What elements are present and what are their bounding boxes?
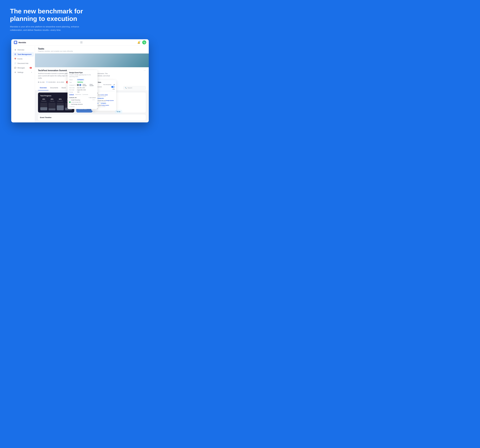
start-date-row: Start Date July 20th, 2024 [69, 87, 96, 88]
sidebar-item-overview-label: Overview [17, 49, 24, 51]
sidebar-item-settings-label: Settings [17, 71, 23, 73]
progress-columns: 40% Marketing 25% Catering [40, 98, 72, 110]
subtask-checkbox-2[interactable] [69, 101, 71, 103]
subtasks-header: Subtasks 3/9 + Add Subtask [69, 97, 96, 98]
sidebar-item-messages-label: Messages [17, 67, 25, 69]
sidebar-item-settings[interactable]: ⚙ Settings ▾ [12, 70, 34, 75]
tab-overview[interactable]: Overview [38, 85, 49, 90]
sidebar-item-events[interactable]: 📅 Events [12, 57, 34, 61]
marketing-label: Marketing [41, 100, 46, 102]
catering-bar [49, 103, 56, 110]
event-banner [35, 54, 149, 67]
to-badge: In Progress [100, 103, 106, 104]
assignee-avatar-2: AN [79, 84, 81, 86]
start-date-value: July 20th, 2024 [77, 87, 85, 88]
tags-row: Tags Marketing [69, 81, 96, 83]
tabs: Overview Documents Board [38, 85, 68, 90]
user-avatar[interactable]: U [142, 40, 146, 44]
sidebar-item-overview[interactable]: ⊞ Overview [12, 48, 34, 52]
messages-badge: 2 [30, 67, 32, 69]
edit-icon[interactable]: ✏ [92, 100, 93, 100]
page-header: Tasks Organize, prioritize, and complete… [35, 46, 149, 54]
tab-board[interactable]: Board [60, 85, 68, 90]
search-placeholder-text: Search [127, 87, 132, 89]
search-icon: 🔍 [125, 87, 127, 89]
page-subtitle: Organize, prioritize, and complete your … [38, 50, 73, 52]
messages-icon: 💬 [14, 67, 16, 69]
priority-value: low [77, 91, 80, 93]
flag-icon-subtask[interactable]: ⚑ [93, 100, 94, 100]
progress-pct: 20% [113, 89, 115, 90]
decoration-pct: 65% [59, 98, 62, 100]
settings-chevron-icon: ▾ [31, 72, 32, 73]
progress-col-decoration: 65% Decoration [57, 98, 64, 110]
activate-reminder-toggle[interactable] [111, 86, 115, 88]
hero-subtitle: Mandala is your all-in-one platform to s… [10, 25, 85, 32]
time-remaining-value: 4d [113, 84, 115, 85]
sidebar-item-messages[interactable]: 💬 Messages 2 [12, 66, 34, 70]
decoration-bar-fill [57, 105, 64, 110]
assignee-avatars: AN AN [77, 84, 81, 86]
design-flyer-title: Design Event Flyer [69, 72, 96, 73]
sidebar-item-document-hub[interactable]: 📄 Document Hub [12, 61, 34, 65]
duration-dot-icon [38, 82, 39, 83]
task-management-icon: ☑ [14, 53, 16, 55]
event-timeline: Event Timeline [38, 114, 146, 121]
subtask-tab[interactable]: Subtask [69, 94, 74, 95]
subtask-item-3: Draft design elements [69, 103, 96, 105]
progress-col-marketing: 40% Marketing [40, 98, 47, 110]
due-date-label: Due Date [69, 89, 76, 91]
due-date-value: August 5th, 2024 [77, 89, 86, 91]
search-box[interactable]: 🔍 Search [123, 86, 146, 90]
settings-icon: ⚙ [14, 71, 16, 73]
comments-tab[interactable]: Comments [82, 94, 88, 95]
delete-icon[interactable]: ⋯ [95, 100, 96, 100]
catering-pct: 25% [51, 98, 53, 100]
notification-icon[interactable]: 🔔 2 [137, 40, 141, 44]
assigned-to-label: Assigned To [69, 84, 76, 86]
design-flyer-card: Design Event Flyer Create a visually app… [68, 70, 98, 109]
top-bar: Mandala 🔔 2 U [11, 39, 149, 46]
subtask-text-2: Create design files [71, 101, 81, 103]
activity-time-2: Jul 12, 2024 at 12:30 AM [95, 101, 114, 103]
tags-value: Marketing [77, 81, 83, 83]
subtasks-label: Subtasks 3/9 [69, 97, 77, 98]
status-row: Status In Progress [69, 79, 96, 80]
top-bar-right: 🔔 2 U [137, 40, 146, 44]
document-hub-icon: 📄 [14, 62, 16, 64]
event-timeline-title: Event Timeline [40, 117, 144, 118]
logo-icon [14, 41, 17, 44]
sidebar-item-events-label: Events [17, 58, 22, 60]
subtask-text-3: Draft design elements [71, 104, 83, 105]
decoration-label: Decoration [57, 100, 63, 102]
logo-name: Mandala [19, 41, 26, 43]
todo-badge: To Do [115, 110, 122, 113]
page-title: Tasks [38, 48, 73, 50]
status-label: Status [69, 79, 76, 80]
subtask-item-1: Install Photoshop ✏ ⚑ ⋯ [69, 99, 96, 101]
assigned-to-row: Assigned To AN AN Akmal Nasullah Akmal N… [69, 84, 96, 86]
subtask-item-2: Create design files [69, 101, 96, 103]
attachment-tab[interactable]: Attachment [75, 94, 81, 95]
subtask-checkbox-1[interactable] [69, 100, 71, 101]
tab-documents[interactable]: Documents [49, 85, 60, 90]
overview-icon: ⊞ [14, 49, 16, 51]
design-flyer-description: Create a visually appealing flyer for th… [69, 74, 96, 78]
activity-text-2: Lana moved task card Design System [95, 100, 114, 101]
subtask-checkbox-3[interactable] [69, 104, 71, 105]
sidebar-item-document-hub-label: Document Hub [17, 62, 28, 64]
sidebar-item-task-management-label: Task Management [17, 53, 31, 55]
assignee-avatar-1: AN [77, 84, 79, 86]
hero-title: The new benchmark for planning to execut… [10, 7, 95, 22]
sidebar-item-task-management[interactable]: ☑ Task Management [12, 52, 34, 57]
hamburger-menu-icon[interactable] [80, 42, 83, 43]
subtask-text-1: Install Photoshop [71, 99, 80, 101]
marketing-bar-fill [40, 107, 47, 110]
design-flyer-tabs: Subtask Attachment Comments [69, 94, 96, 96]
event-date-range: ⚑ 04.08.2024 - 16.11.2024 [46, 81, 64, 83]
status-value: In Progress [77, 79, 84, 80]
assignee-name-1: Akmal Nasullah [83, 84, 89, 86]
decoration-bar [57, 103, 64, 110]
add-subtask-button[interactable]: + Add Subtask [89, 97, 96, 98]
three-dot-menu-icon[interactable]: ⋯ [144, 69, 146, 72]
